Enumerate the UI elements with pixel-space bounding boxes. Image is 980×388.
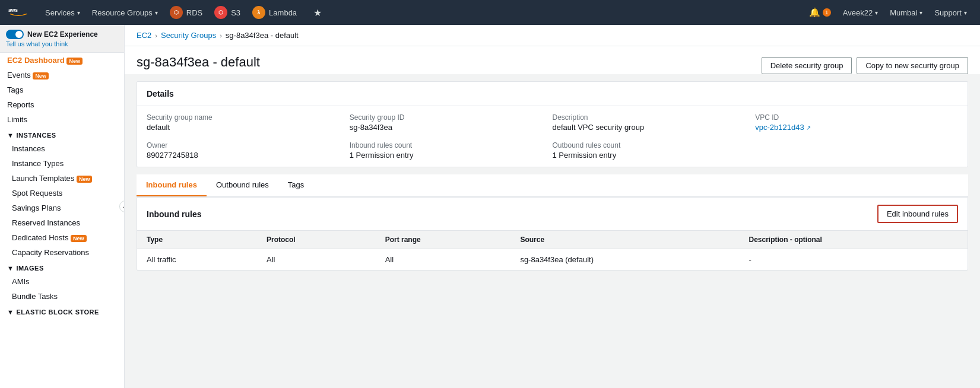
sidebar-item-capacity-reservations[interactable]: Capacity Reservations (0, 245, 124, 260)
copy-to-new-security-group-button[interactable]: Copy to new security group (857, 57, 968, 74)
breadcrumb-ec2[interactable]: EC2 (137, 31, 151, 40)
details-grid: Security group name default Security gro… (137, 106, 968, 167)
outbound-rules-count-label: Outbound rules count (553, 141, 756, 150)
sg-name-label: Security group name (147, 113, 350, 122)
events-new-badge: New (33, 72, 49, 79)
resource-groups-nav[interactable]: Resource Groups ▾ (86, 0, 164, 25)
images-group-header: ▼ IMAGES (0, 260, 124, 274)
sidebar-item-tags[interactable]: Tags (0, 82, 124, 97)
s3-nav[interactable]: ⬡ S3 (208, 0, 246, 25)
table-row: All traffic All All sg-8a34f3ea (default… (137, 249, 968, 271)
page-actions: Delete security group Copy to new securi… (762, 55, 968, 74)
delete-security-group-button[interactable]: Delete security group (762, 57, 852, 74)
services-nav[interactable]: Services ▾ (39, 0, 86, 25)
outbound-rules-count-field: Outbound rules count 1 Permission entry (553, 141, 756, 160)
sg-name-field: Security group name default (147, 113, 350, 132)
svg-text:aws: aws (8, 7, 18, 13)
outbound-rules-count-value: 1 Permission entry (553, 151, 756, 160)
tab-outbound-rules[interactable]: Outbound rules (207, 174, 278, 196)
notification-badge: 1 (823, 8, 831, 17)
description-label: Description (553, 113, 756, 122)
col-port-range: Port range (376, 231, 511, 249)
inbound-rules-count-field: Inbound rules count 1 Permission entry (350, 141, 553, 160)
vpc-id-value: vpc-2b121d43 ↗ (755, 123, 958, 132)
sg-id-label: Security group ID (350, 113, 553, 122)
sidebar-item-dedicated-hosts[interactable]: Dedicated Hosts New (0, 230, 124, 245)
sidebar-item-reports[interactable]: Reports (0, 97, 124, 112)
owner-field: Owner 890277245818 (147, 141, 350, 160)
sidebar-item-spot-requests[interactable]: Spot Requests (0, 186, 124, 201)
breadcrumb-security-groups[interactable]: Security Groups (161, 31, 216, 40)
star-icon: ★ (309, 7, 326, 18)
new-ec2-banner: New EC2 Experience Tell us what you thin… (0, 25, 124, 53)
sg-id-field: Security group ID sg-8a34f3ea (350, 113, 553, 132)
breadcrumb: EC2 › Security Groups › sg-8a34f3ea - de… (125, 25, 980, 46)
edit-inbound-rules-button[interactable]: Edit inbound rules (877, 205, 958, 223)
tabs-bar: Inbound rules Outbound rules Tags (137, 174, 968, 197)
inbound-rules-section: Inbound rules Edit inbound rules Type Pr… (137, 197, 968, 271)
details-header: Details (137, 82, 968, 106)
sidebar-item-instance-types[interactable]: Instance Types (0, 156, 124, 171)
sg-name-value: default (147, 123, 350, 132)
sidebar-item-reserved-instances[interactable]: Reserved Instances (0, 215, 124, 230)
sg-id-value: sg-8a34f3ea (350, 123, 553, 132)
row-source: sg-8a34f3ea (default) (510, 249, 739, 271)
region-menu[interactable]: Mumbai ▾ (884, 0, 928, 25)
vpc-id-label: VPC ID (755, 113, 958, 122)
new-ec2-toggle-pill[interactable] (6, 30, 24, 39)
lambda-nav[interactable]: λ Lambda (246, 0, 303, 25)
col-type: Type (137, 231, 257, 249)
sidebar-item-launch-templates[interactable]: Launch Templates New (0, 171, 124, 186)
rules-header: Inbound rules Edit inbound rules (137, 198, 968, 231)
support-menu[interactable]: Support ▾ (928, 0, 973, 25)
launch-templates-new-badge: New (77, 176, 93, 183)
sidebar-item-limits[interactable]: Limits (0, 112, 124, 127)
row-type: All traffic (137, 249, 257, 271)
aws-logo[interactable]: aws (7, 5, 30, 20)
sidebar: ◀ New EC2 Experience Tell us what you th… (0, 25, 125, 388)
sidebar-item-events[interactable]: Events New (0, 68, 124, 82)
sidebar-item-savings-plans[interactable]: Savings Plans (0, 201, 124, 215)
sidebar-item-dashboard[interactable]: EC2 Dashboard New (0, 53, 124, 68)
inbound-rules-table: Type Protocol Port range Source Descript… (137, 231, 968, 270)
description-field: Description default VPC security group (553, 113, 756, 132)
owner-value: 890277245818 (147, 151, 350, 160)
notifications-btn[interactable]: 🔔 1 (803, 0, 837, 25)
vpc-id-link[interactable]: vpc-2b121d43 (755, 123, 804, 132)
tab-tags[interactable]: Tags (278, 174, 313, 196)
breadcrumb-current: sg-8a34f3ea - default (226, 31, 299, 40)
col-source: Source (510, 231, 739, 249)
s3-icon: ⬡ (214, 6, 227, 19)
row-port-range: All (376, 249, 511, 271)
top-navigation: aws Services ▾ Resource Groups ▾ ⬡ RDS ⬡… (0, 0, 980, 25)
breadcrumb-sep-1: › (155, 32, 157, 39)
rds-nav[interactable]: ⬡ RDS (164, 0, 208, 25)
main-layout: ◀ New EC2 Experience Tell us what you th… (0, 25, 980, 388)
bell-icon: 🔔 (809, 7, 820, 18)
inbound-rules-count-label: Inbound rules count (350, 141, 553, 150)
col-protocol: Protocol (257, 231, 376, 249)
row-protocol: All (257, 249, 376, 271)
tell-us-link[interactable]: Tell us what you think (6, 40, 118, 47)
inbound-rules-count-value: 1 Permission entry (350, 151, 553, 160)
rds-icon: ⬡ (170, 6, 183, 19)
new-ec2-toggle[interactable]: New EC2 Experience (6, 30, 118, 39)
owner-label: Owner (147, 141, 350, 150)
sidebar-item-amis[interactable]: AMIs (0, 274, 124, 289)
breadcrumb-sep-2: › (220, 32, 222, 39)
vpc-id-field: VPC ID vpc-2b121d43 ↗ (755, 113, 958, 132)
instances-group-header: ▼ INSTANCES (0, 127, 124, 141)
page-title: sg-8a34f3ea - default (137, 55, 260, 70)
dedicated-hosts-new-badge: New (71, 235, 87, 242)
rules-section-title: Inbound rules (147, 209, 202, 219)
external-link-icon: ↗ (806, 125, 811, 131)
sidebar-item-bundle-tasks[interactable]: Bundle Tasks (0, 289, 124, 304)
sidebar-item-instances[interactable]: Instances (0, 141, 124, 156)
top-nav-right: 🔔 1 Aveek22 ▾ Mumbai ▾ Support ▾ (803, 0, 973, 25)
ebs-group-header: ▼ ELASTIC BLOCK STORE (0, 304, 124, 318)
page-header: sg-8a34f3ea - default Delete security gr… (125, 46, 980, 74)
user-menu[interactable]: Aveek22 ▾ (837, 0, 884, 25)
tab-inbound-rules[interactable]: Inbound rules (137, 174, 207, 196)
starred-services[interactable]: ★ (303, 0, 332, 25)
col-description: Description - optional (739, 231, 968, 249)
